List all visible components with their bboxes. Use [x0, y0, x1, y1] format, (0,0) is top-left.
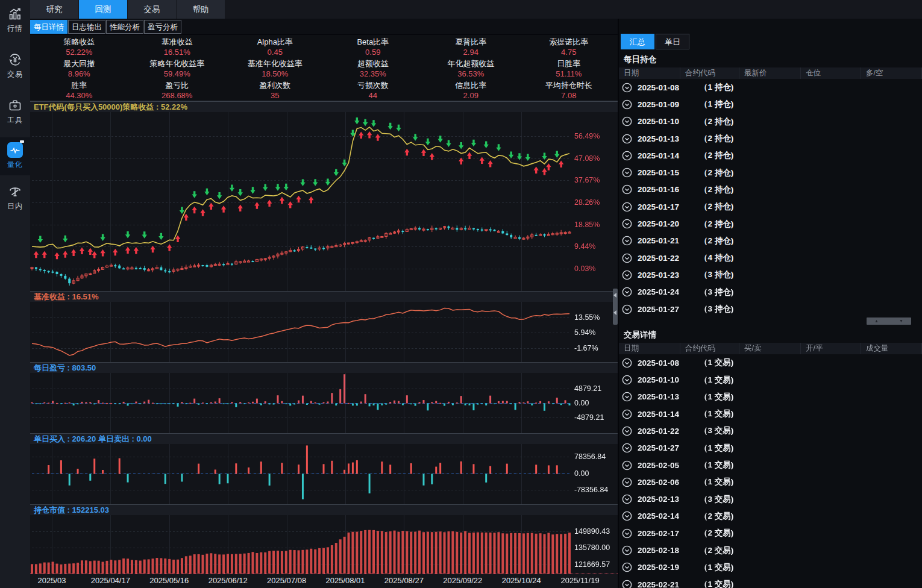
nav-tab-help[interactable]: 帮助 [177, 0, 225, 19]
sidebar-item-quant[interactable]: 量化 [0, 137, 30, 175]
trade-row[interactable]: 2025-02-05（1 交易) [619, 457, 922, 474]
holding-row[interactable]: 2025-01-20（2 持仓) [619, 215, 922, 232]
x-axis-label: 2025/05/16 [149, 576, 189, 585]
daily-pnl-chart-canvas[interactable] [30, 373, 618, 433]
holding-row[interactable]: 2025-01-21（2 持仓) [619, 233, 922, 249]
holding-row[interactable]: 2025-01-23（3 持仓) [619, 266, 922, 283]
chevron-down-icon[interactable] [622, 304, 632, 314]
holding-row[interactable]: 2025-01-14（2 持仓) [619, 147, 922, 164]
chevron-down-icon[interactable] [622, 83, 632, 93]
chevron-down-icon[interactable] [622, 236, 632, 246]
row-summary: （2 持仓) [700, 116, 733, 127]
nav-tab-research[interactable]: 研究 [30, 0, 78, 19]
right-tab-summary[interactable]: 汇总 [621, 34, 654, 49]
row-date: 2025-01-20 [638, 219, 693, 228]
sidebar-item-market[interactable]: 行情 [0, 6, 30, 34]
nav-tab-backtest[interactable]: 回测 [79, 0, 127, 19]
chevron-down-icon[interactable] [622, 99, 632, 110]
benchmark-chart-canvas[interactable] [30, 302, 618, 362]
stat-cell: 平均持仓时长7.08 [520, 79, 618, 101]
chevron-down-icon[interactable] [622, 409, 632, 419]
chevron-down-icon[interactable] [622, 528, 632, 539]
chart-plot: 78356.840.00-78356.84 [30, 444, 618, 504]
trade-row[interactable]: 2025-02-21（1 交易) [619, 576, 922, 588]
chevron-down-icon[interactable] [622, 426, 632, 436]
holding-row[interactable]: 2025-01-17（2 持仓) [619, 198, 922, 215]
trade-row[interactable]: 2025-01-08（1 交易) [619, 354, 922, 371]
trade-yen-icon [7, 52, 23, 67]
holding-row[interactable]: 2025-01-13（2 持仓) [619, 130, 922, 147]
chevron-down-icon[interactable] [622, 167, 632, 178]
chevron-down-icon[interactable] [622, 511, 632, 521]
stat-value: 18.50% [226, 69, 324, 79]
trade-row[interactable]: 2025-01-27（1 交易) [619, 440, 922, 457]
strategy-chart-canvas[interactable] [30, 112, 618, 291]
y-tick-label: 149890.43 [574, 527, 610, 536]
y-tick-label: -4879.21 [574, 413, 604, 422]
tab-log-output[interactable]: 日志输出 [68, 20, 105, 34]
chevron-down-icon[interactable] [622, 116, 632, 127]
chevron-down-icon[interactable] [622, 151, 632, 161]
chevron-down-icon[interactable] [622, 545, 632, 555]
holding-row[interactable]: 2025-01-24（3 持仓) [619, 284, 922, 301]
holding-row[interactable]: 2025-01-09（1 持仓) [619, 96, 922, 113]
position-value-chart-canvas[interactable] [30, 515, 618, 574]
chevron-down-icon[interactable] [622, 202, 632, 212]
chevron-down-icon[interactable] [622, 392, 632, 402]
vertical-scrollbar[interactable] [613, 289, 618, 325]
trade-row[interactable]: 2025-02-13（3 交易) [619, 491, 922, 508]
trade-row[interactable]: 2025-02-18（2 交易) [619, 542, 922, 558]
chevron-down-icon[interactable] [622, 494, 632, 504]
row-date: 2025-01-14 [638, 151, 693, 160]
chevron-down-icon[interactable] [622, 287, 632, 297]
holdings-pager[interactable]: ▲▼ [867, 317, 911, 325]
chevron-down-icon[interactable] [622, 184, 632, 195]
y-tick-label: 13.55% [574, 313, 600, 322]
pager-up-icon[interactable]: ▲ [874, 317, 879, 325]
right-tab-single-day[interactable]: 单日 [656, 34, 689, 49]
holding-row[interactable]: 2025-01-10（2 持仓) [619, 113, 922, 130]
pager-down-icon[interactable]: ▼ [899, 317, 903, 325]
chevron-down-icon[interactable] [622, 134, 632, 144]
trade-row[interactable]: 2025-02-14（2 交易) [619, 508, 922, 525]
row-summary: （3 交易) [700, 425, 733, 436]
chevron-down-icon[interactable] [622, 477, 632, 487]
daily-buy-sell-chart-canvas[interactable] [30, 444, 618, 504]
stat-cell: 最大回撤8.96% [30, 57, 128, 79]
nav-tab-trade[interactable]: 交易 [128, 0, 176, 19]
trade-row[interactable]: 2025-02-06（1 交易) [619, 474, 922, 490]
trade-row[interactable]: 2025-01-13（1 交易) [619, 389, 922, 405]
chart-section-strategy: ETF代码(每只买入50000)策略收益 : 52.22%56.49%47.08… [30, 101, 618, 291]
chevron-down-icon[interactable] [622, 253, 632, 263]
holding-row[interactable]: 2025-01-22（4 持仓) [619, 249, 922, 266]
x-axis-label: 2025/07/08 [267, 576, 306, 585]
chevron-down-icon[interactable] [622, 580, 632, 588]
holding-row[interactable]: 2025-01-16（2 持仓) [619, 181, 922, 198]
chevron-down-icon[interactable] [622, 443, 632, 453]
sidebar-item-intraday[interactable]: 日内 [0, 184, 30, 211]
holding-row[interactable]: 2025-01-15（2 持仓) [619, 164, 922, 181]
chevron-down-icon[interactable] [622, 460, 632, 471]
chevron-down-icon[interactable] [622, 219, 632, 229]
trade-row[interactable]: 2025-01-22（3 交易) [619, 422, 922, 439]
holding-row[interactable]: 2025-01-27（3 持仓) [619, 301, 922, 317]
sidebar-item-tools[interactable]: 工具 [0, 98, 30, 125]
chevron-down-icon[interactable] [622, 270, 632, 280]
tab-daily-detail[interactable]: 每日详情 [30, 20, 67, 34]
holdings-table-header: 日期合约代码最新价仓位多/空 [619, 67, 922, 79]
trade-row[interactable]: 2025-01-14（1 交易) [619, 405, 922, 422]
holding-row[interactable]: 2025-01-08（1 持仓) [619, 79, 922, 96]
tab-performance[interactable]: 性能分析 [106, 20, 143, 34]
chevron-down-icon[interactable] [622, 375, 632, 385]
chevron-down-icon[interactable] [622, 358, 632, 368]
sidebar-item-trade[interactable]: 交易 [0, 52, 30, 80]
trade-row[interactable]: 2025-02-17（2 交易) [619, 525, 922, 542]
trade-row[interactable]: 2025-01-10（1 交易) [619, 371, 922, 388]
row-date: 2025-02-14 [638, 511, 693, 521]
chevron-down-icon[interactable] [622, 562, 632, 572]
row-date: 2025-01-14 [638, 410, 693, 419]
tab-pnl-analysis[interactable]: 盈亏分析 [144, 20, 181, 34]
trade-row[interactable]: 2025-02-19（1 交易) [619, 559, 922, 576]
y-tick-label: 47.08% [574, 154, 600, 163]
stat-value: 7.08 [520, 90, 618, 101]
